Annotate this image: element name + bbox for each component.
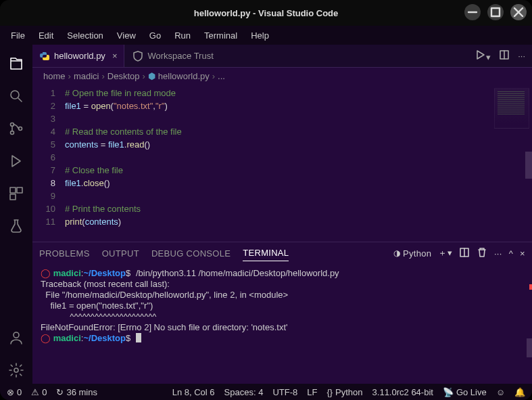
- svg-rect-5: [10, 187, 16, 193]
- menu-run[interactable]: Run: [169, 28, 196, 43]
- code-editor[interactable]: 1234567891011 # Open the file in read mo…: [32, 84, 532, 242]
- python-file-icon: ⬢: [148, 71, 155, 81]
- status-time[interactable]: ↻ 36 mins: [56, 387, 97, 397]
- status-feedback-icon[interactable]: ☺: [496, 387, 505, 397]
- crumb-desktop[interactable]: Desktop: [107, 71, 140, 81]
- terminal-cursor: [136, 333, 141, 342]
- minimize-button[interactable]: [464, 4, 481, 20]
- panel-tab-output[interactable]: OUTPUT: [102, 246, 139, 261]
- workspace-trust-label: Workspace Trust: [147, 51, 213, 61]
- status-warnings[interactable]: ⚠ 0: [31, 387, 47, 397]
- svg-point-1: [11, 91, 19, 99]
- menu-go[interactable]: Go: [144, 28, 166, 43]
- status-golive[interactable]: 📡 Go Live: [443, 387, 487, 397]
- tab-close-icon[interactable]: ×: [112, 51, 118, 61]
- maximize-panel-icon[interactable]: ^: [509, 248, 513, 259]
- menu-help[interactable]: Help: [245, 28, 274, 43]
- panel-tabs: PROBLEMS OUTPUT DEBUG CONSOLE TERMINAL ◑…: [32, 242, 532, 264]
- search-icon[interactable]: [0, 83, 32, 110]
- status-bar: ⊗ 0 ⚠ 0 ↻ 36 mins Ln 8, Col 6 Spaces: 4 …: [0, 384, 532, 400]
- extensions-icon[interactable]: [0, 180, 32, 207]
- close-panel-icon[interactable]: ×: [520, 248, 525, 259]
- breadcrumbs[interactable]: home› madici› Desktop› ⬢ helloworld.py› …: [32, 68, 532, 84]
- crumb-user[interactable]: madici: [74, 71, 99, 81]
- run-debug-icon[interactable]: [0, 148, 32, 175]
- settings-gear-icon[interactable]: [0, 357, 32, 384]
- tab-label: helloworld.py: [54, 51, 105, 61]
- code-content[interactable]: # Open the file in read modefile1 = open…: [65, 84, 532, 242]
- menubar: File Edit Selection View Go Run Terminal…: [0, 26, 532, 45]
- status-errors[interactable]: ⊗ 0: [7, 387, 22, 397]
- terminal-error-marker: [529, 284, 532, 290]
- explorer-icon[interactable]: [0, 50, 32, 77]
- svg-point-9: [14, 368, 18, 372]
- svg-rect-6: [17, 187, 22, 193]
- new-terminal-icon[interactable]: ＋▾: [438, 247, 452, 259]
- svg-rect-0: [491, 8, 500, 16]
- editor-tabs: helloworld.py × Workspace Trust ▾ ···: [32, 45, 532, 68]
- terminal[interactable]: ◯ madici:~/Desktop$ /bin/python3.11 /hom…: [32, 264, 532, 384]
- crumb-more[interactable]: ...: [218, 71, 225, 81]
- run-file-icon[interactable]: ▾: [475, 49, 491, 62]
- editor-actions: ▾ ···: [468, 45, 532, 67]
- panel-more-icon[interactable]: ···: [494, 248, 502, 259]
- menu-edit[interactable]: Edit: [33, 28, 59, 43]
- terminal-scrollbar[interactable]: [527, 338, 532, 357]
- status-bell-icon[interactable]: 🔔: [514, 387, 525, 397]
- panel-tab-terminal[interactable]: TERMINAL: [243, 245, 289, 261]
- close-button[interactable]: [510, 4, 527, 20]
- menu-terminal[interactable]: Terminal: [199, 28, 243, 43]
- minimap[interactable]: [494, 88, 529, 129]
- terminal-profile[interactable]: ◑ Python: [393, 248, 432, 259]
- workspace-trust[interactable]: Workspace Trust: [124, 45, 221, 67]
- shield-icon: [132, 51, 143, 62]
- svg-rect-7: [10, 194, 16, 200]
- line-gutter: 1234567891011: [32, 84, 65, 242]
- more-actions-icon[interactable]: ···: [518, 51, 525, 61]
- status-language[interactable]: {} Python: [327, 387, 362, 397]
- activity-bar: [0, 45, 32, 384]
- status-indent[interactable]: Spaces: 4: [224, 387, 264, 397]
- panel: PROBLEMS OUTPUT DEBUG CONSOLE TERMINAL ◑…: [32, 242, 532, 384]
- titlebar: helloworld.py - Visual Studio Code: [0, 0, 532, 26]
- panel-tab-debug[interactable]: DEBUG CONSOLE: [151, 246, 231, 261]
- menu-file[interactable]: File: [5, 28, 30, 43]
- editor-scrollbar[interactable]: [525, 152, 532, 179]
- split-editor-icon[interactable]: [499, 49, 510, 62]
- window-title: helloworld.py - Visual Studio Code: [194, 8, 339, 18]
- kill-terminal-icon[interactable]: [477, 247, 487, 260]
- status-interpreter[interactable]: 3.11.0rc2 64-bit: [372, 387, 433, 397]
- source-control-icon[interactable]: [0, 115, 32, 142]
- crumb-home[interactable]: home: [43, 71, 66, 81]
- status-cursor-pos[interactable]: Ln 8, Col 6: [172, 387, 215, 397]
- status-eol[interactable]: LF: [307, 387, 317, 397]
- menu-view[interactable]: View: [112, 28, 141, 43]
- maximize-button[interactable]: [487, 4, 504, 20]
- crumb-file[interactable]: helloworld.py: [158, 71, 210, 81]
- tab-helloworld[interactable]: helloworld.py ×: [32, 45, 124, 67]
- menu-selection[interactable]: Selection: [62, 28, 108, 43]
- split-terminal-icon[interactable]: [459, 247, 470, 260]
- panel-tab-problems[interactable]: PROBLEMS: [39, 246, 90, 261]
- svg-point-8: [14, 332, 19, 338]
- testing-icon[interactable]: [0, 213, 32, 240]
- accounts-icon[interactable]: [0, 324, 32, 351]
- python-file-icon: [39, 51, 50, 62]
- status-encoding[interactable]: UTF-8: [272, 387, 297, 397]
